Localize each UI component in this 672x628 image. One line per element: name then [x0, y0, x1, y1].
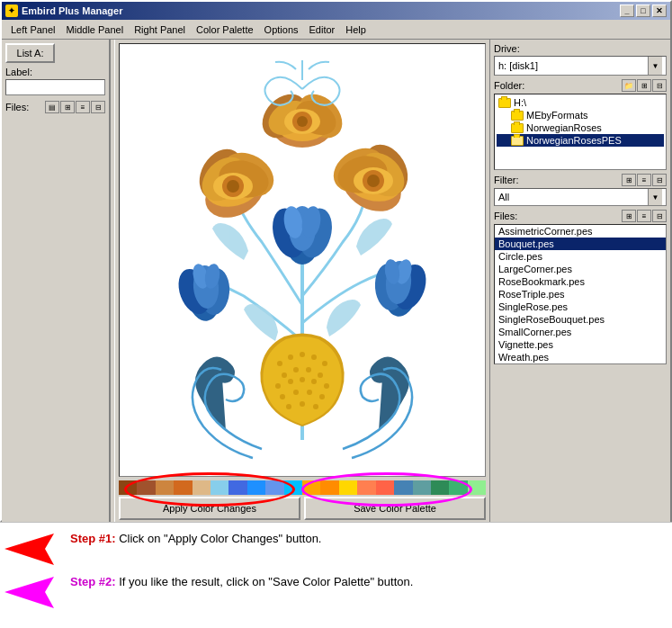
- svg-point-3: [300, 352, 305, 357]
- folder-btn-2[interactable]: ⊞: [637, 79, 651, 92]
- folder-icon: [498, 98, 511, 108]
- filter-dropdown-arrow[interactable]: ▼: [648, 189, 662, 205]
- menu-right-panel[interactable]: Right Panel: [129, 22, 191, 37]
- folder-btn-3[interactable]: ⊟: [652, 79, 667, 92]
- files-section: Files: ⊞ ≡ ⊟ AssimetricCorner.pes Bouque…: [494, 210, 667, 364]
- apply-color-changes-button[interactable]: Apply Color Changes: [119, 497, 300, 520]
- file-item[interactable]: Vignette.pes: [495, 338, 666, 351]
- svg-point-6: [282, 372, 287, 378]
- file-item[interactable]: AssimetricCorner.pes: [495, 225, 666, 238]
- svg-point-9: [318, 372, 323, 378]
- color-swatch[interactable]: [376, 480, 394, 495]
- folder-item[interactable]: H:\: [497, 96, 664, 109]
- folder-item-label: H:\: [514, 97, 526, 108]
- file-item[interactable]: SmallCorner.pes: [495, 326, 666, 338]
- svg-point-4: [311, 354, 317, 360]
- folder-item[interactable]: MEbyFormats: [497, 109, 664, 121]
- files-toolbar: ▤ ⊞ ≡ ⊟: [45, 101, 105, 113]
- color-swatch[interactable]: [284, 480, 302, 495]
- color-swatch[interactable]: [339, 480, 357, 495]
- folder-icon-open: [511, 136, 524, 146]
- color-swatch[interactable]: [394, 480, 412, 495]
- files-btn-3[interactable]: ⊟: [652, 210, 667, 222]
- menu-left-panel[interactable]: Left Panel: [5, 22, 61, 37]
- file-item-selected[interactable]: Bouquet.pes: [495, 238, 666, 250]
- menu-help[interactable]: Help: [340, 22, 372, 37]
- color-swatch[interactable]: [357, 480, 375, 495]
- drive-dropdown-arrow[interactable]: ▼: [648, 57, 662, 75]
- filter-select[interactable]: All ▼: [494, 188, 667, 206]
- file-item[interactable]: Wreath.pes: [495, 351, 666, 363]
- files-header: Files: ⊞ ≡ ⊟: [494, 210, 667, 222]
- folder-tree[interactable]: H:\ MEbyFormats NorwegianRoses Norwegian…: [494, 94, 667, 170]
- window-title: Embird Plus Manager: [22, 5, 122, 16]
- minimize-button[interactable]: _: [620, 4, 634, 17]
- svg-point-5: [322, 361, 327, 366]
- folder-btn-1[interactable]: 📁: [622, 79, 636, 92]
- color-swatch[interactable]: [431, 480, 449, 495]
- folder-item[interactable]: NorwegianRoses: [497, 121, 664, 134]
- color-swatch[interactable]: [468, 480, 486, 495]
- files-btn-1[interactable]: ⊞: [622, 210, 636, 222]
- svg-point-21: [313, 404, 318, 409]
- menu-middle-panel[interactable]: Middle Panel: [61, 22, 130, 37]
- color-swatch[interactable]: [211, 480, 228, 495]
- filter-btn-1[interactable]: ⊞: [622, 174, 636, 186]
- step2-text: If you like the result, click on "Save C…: [116, 575, 414, 588]
- color-swatch[interactable]: [265, 480, 283, 495]
- file-item[interactable]: LargeCorner.pes: [495, 263, 666, 275]
- color-swatch[interactable]: [137, 480, 155, 495]
- right-panel: Drive: h: [disk1] ▼ Folder: 📁 ⊞ ⊟: [490, 40, 670, 524]
- view-btn-4[interactable]: ⊟: [91, 101, 105, 113]
- view-btn-2[interactable]: ⊞: [60, 101, 75, 113]
- files-btn-2[interactable]: ≡: [637, 210, 651, 222]
- view-btn-1[interactable]: ▤: [45, 101, 59, 113]
- left-panel: List A: Label: Files: ▤ ⊞ ≡ ⊟: [2, 40, 110, 524]
- menu-options[interactable]: Options: [259, 22, 304, 37]
- svg-marker-68: [4, 577, 54, 608]
- color-bar: [119, 480, 486, 495]
- color-swatch[interactable]: [449, 480, 467, 495]
- step1-label: Step #1:: [70, 532, 116, 545]
- list-a-button[interactable]: List A:: [5, 43, 55, 63]
- color-swatch[interactable]: [320, 480, 338, 495]
- color-swatch[interactable]: [302, 480, 320, 495]
- color-swatch[interactable]: [174, 480, 192, 495]
- svg-point-13: [311, 379, 317, 384]
- filter-row: Filter: ⊞ ≡ ⊟: [494, 174, 667, 186]
- embroidery-image: [136, 53, 469, 467]
- folder-item-label: MEbyFormats: [526, 110, 587, 121]
- filter-btn-2[interactable]: ≡: [637, 174, 651, 186]
- bottom-buttons: Apply Color Changes Save Color Palette: [119, 497, 486, 520]
- file-item[interactable]: Circle.pes: [495, 250, 666, 263]
- color-swatch[interactable]: [193, 480, 211, 495]
- close-button[interactable]: ✕: [652, 4, 667, 17]
- maximize-button[interactable]: □: [636, 4, 650, 17]
- menu-color-palette[interactable]: Color Palette: [191, 22, 259, 37]
- files-list[interactable]: AssimetricCorner.pes Bouquet.pes Circle.…: [494, 224, 667, 364]
- save-color-palette-button[interactable]: Save Color Palette: [304, 497, 486, 520]
- title-controls: _ □ ✕: [620, 4, 667, 17]
- step1-text: Click on "Apply Color Changes" button.: [116, 532, 322, 545]
- folder-item-selected[interactable]: NorwegianRosesPES: [497, 134, 664, 147]
- filter-section: Filter: ⊞ ≡ ⊟ All ▼: [494, 174, 667, 206]
- view-btn-3[interactable]: ≡: [76, 101, 90, 113]
- instructions-area: Step #1: Click on "Apply Color Changes" …: [0, 522, 672, 628]
- color-swatch[interactable]: [119, 480, 137, 495]
- folder-section: Folder: 📁 ⊞ ⊟ H:\ MEbyFormats: [494, 79, 667, 170]
- label-input[interactable]: [5, 79, 105, 95]
- file-item[interactable]: RoseTriple.pes: [495, 288, 666, 301]
- file-item[interactable]: SingleRose.pes: [495, 301, 666, 313]
- filter-btn-3[interactable]: ⊟: [652, 174, 667, 186]
- file-item[interactable]: RoseBookmark.pes: [495, 275, 666, 288]
- menu-editor[interactable]: Editor: [304, 22, 341, 37]
- filter-label: Filter:: [494, 175, 519, 185]
- color-swatch[interactable]: [228, 480, 246, 495]
- file-item[interactable]: SingleRoseBouquet.pes: [495, 313, 666, 326]
- drive-select[interactable]: h: [disk1] ▼: [494, 56, 667, 76]
- svg-point-19: [286, 404, 291, 409]
- color-swatch[interactable]: [413, 480, 431, 495]
- color-swatch[interactable]: [156, 480, 174, 495]
- color-swatch[interactable]: [247, 480, 265, 495]
- filter-toolbar: ⊞ ≡ ⊟: [622, 174, 667, 186]
